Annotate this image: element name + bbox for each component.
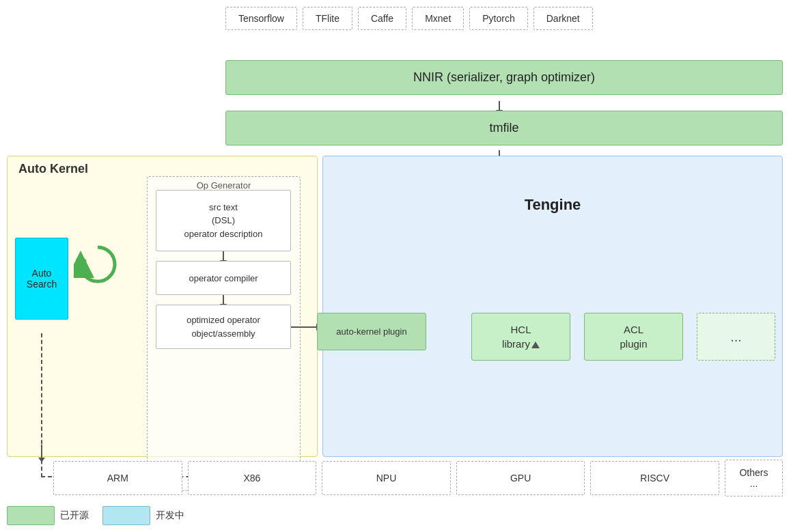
framework-pytorch: Pytorch xyxy=(469,7,527,30)
arrow-compiler-opt xyxy=(223,295,224,305)
arrow-src-compiler xyxy=(223,251,224,261)
tengine-area: Tengine xyxy=(322,156,783,457)
frameworks-row: Tensorflow TFlite Caffe Mxnet Pytorch Da… xyxy=(225,7,784,30)
framework-caffe: Caffe xyxy=(358,7,406,30)
arrow-opt-plugin xyxy=(291,326,317,328)
hw-riscv: RISCV xyxy=(590,461,719,495)
legend-dev: 开发中 xyxy=(102,506,184,525)
framework-tensorflow: Tensorflow xyxy=(225,7,297,30)
hcl-label: HCLlibrary xyxy=(502,322,540,351)
legend-open-box xyxy=(7,506,55,525)
framework-tflite: TFlite xyxy=(303,7,352,30)
nnir-box: NNIR (serializer, graph optimizer) xyxy=(225,60,783,95)
hw-arm: ARM xyxy=(53,461,182,495)
auto-search-box: AutoSearch xyxy=(15,238,68,320)
tmfile-box: tmfile xyxy=(225,111,783,145)
auto-search-label: AutoSearch xyxy=(27,268,57,290)
hw-x86: X86 xyxy=(188,461,317,495)
framework-darknet: Darknet xyxy=(533,7,593,30)
hw-others: Others ... xyxy=(725,460,783,496)
legend-open-label: 已开源 xyxy=(60,509,89,522)
hw-others-sublabel: ... xyxy=(750,478,758,489)
opt-operator-label: optimized operatorobject/assembly xyxy=(186,313,260,340)
hw-others-label: Others xyxy=(739,467,768,478)
src-text-label: src text(DSL)operator description xyxy=(184,201,263,241)
acl-plugin-box: ACLplugin xyxy=(584,313,683,361)
arrow-nnir-tmfile xyxy=(499,101,500,111)
auto-kernel-plugin-box: auto-kernel plugin xyxy=(317,313,426,350)
hardware-row: ARM X86 NPU GPU RISCV Others ... xyxy=(7,460,783,496)
dots-box: ... xyxy=(697,313,775,361)
hw-gpu: GPU xyxy=(456,461,585,495)
hcl-library-box: HCLlibrary xyxy=(471,313,570,361)
op-generator-label: Op Generator xyxy=(148,180,300,191)
op-compiler-box: operator compiler xyxy=(156,261,291,295)
legend-dev-box xyxy=(102,506,150,525)
opt-operator-box: optimized operatorobject/assembly xyxy=(156,305,291,349)
circular-arrow-icon xyxy=(74,240,122,288)
src-text-box: src text(DSL)operator description xyxy=(156,190,291,251)
hw-npu: NPU xyxy=(322,461,451,495)
diagram-container: Tensorflow TFlite Caffe Mxnet Pytorch Da… xyxy=(0,0,791,532)
legend-dev-label: 开发中 xyxy=(156,509,184,522)
arrow-to-hw xyxy=(41,445,42,458)
legend-open: 已开源 xyxy=(7,506,89,525)
tengine-title: Tengine xyxy=(323,196,782,214)
acl-label: ACLplugin xyxy=(620,322,647,351)
legend: 已开源 开发中 xyxy=(7,506,184,525)
framework-mxnet: Mxnet xyxy=(412,7,464,30)
auto-kernel-title: Auto Kernel xyxy=(18,162,88,176)
